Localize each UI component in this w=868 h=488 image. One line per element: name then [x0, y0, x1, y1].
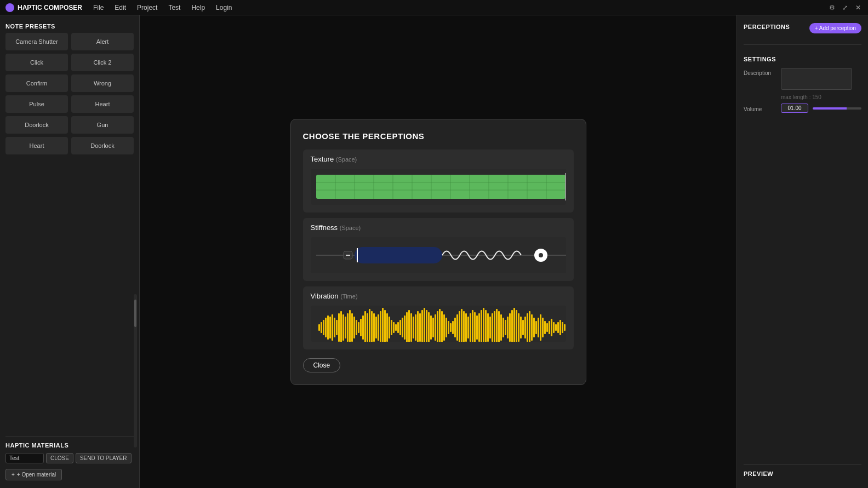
hm-test-input[interactable]	[5, 453, 44, 463]
svg-rect-122	[535, 321, 537, 334]
preset-doorlock[interactable]: Doorlock	[5, 116, 68, 134]
preset-confirm[interactable]: Confirm	[5, 74, 68, 92]
logo-icon	[5, 3, 14, 12]
open-material-btn[interactable]: + + Open material	[5, 469, 62, 480]
preset-heart2[interactable]: Heart	[5, 137, 68, 154]
preview-section: PREVIEW	[744, 464, 861, 480]
app-title: HAPTIC COMPOSER	[18, 4, 82, 12]
description-label: Description	[744, 70, 776, 76]
preset-alert[interactable]: Alert	[71, 33, 134, 50]
svg-rect-100	[487, 313, 489, 342]
svg-rect-88	[461, 309, 462, 342]
svg-rect-53	[384, 310, 386, 342]
preset-pulse[interactable]: Pulse	[5, 95, 68, 113]
texture-title: Texture (Space)	[311, 155, 566, 163]
texture-type: (Space)	[336, 156, 357, 163]
preset-wrong[interactable]: Wrong	[71, 74, 134, 92]
preset-heart[interactable]: Heart	[71, 95, 134, 113]
add-perception-btn[interactable]: + Add perception	[809, 23, 861, 33]
svg-rect-91	[467, 317, 469, 338]
svg-rect-58	[395, 324, 397, 331]
volume-input[interactable]	[781, 104, 808, 113]
svg-rect-35	[345, 317, 346, 338]
svg-rect-52	[382, 308, 384, 342]
svg-rect-76	[435, 314, 436, 341]
svg-rect-40	[356, 320, 357, 335]
menu-file[interactable]: File	[93, 4, 104, 12]
presets-grid: Camera Shutter Alert Click Click 2 Confi…	[5, 33, 134, 154]
svg-rect-124	[540, 314, 541, 341]
svg-rect-116	[522, 320, 524, 335]
svg-rect-66	[413, 317, 414, 338]
svg-rect-83	[450, 323, 452, 332]
menu-edit[interactable]: Edit	[115, 4, 126, 12]
svg-rect-0	[316, 175, 566, 199]
svg-rect-111	[511, 310, 513, 342]
svg-rect-42	[360, 319, 362, 336]
preset-gun[interactable]: Gun	[71, 116, 134, 134]
svg-rect-36	[347, 313, 349, 342]
svg-rect-48	[373, 313, 375, 342]
menu-login[interactable]: Login	[216, 4, 232, 12]
svg-rect-93	[472, 310, 473, 342]
texture-name: Texture	[311, 155, 334, 163]
svg-rect-86	[456, 314, 458, 341]
svg-rect-85	[454, 318, 456, 337]
close-window-icon[interactable]: ✕	[854, 3, 863, 12]
svg-rect-84	[452, 321, 454, 334]
svg-rect-120	[531, 314, 533, 341]
svg-rect-130	[553, 322, 555, 333]
hm-send-to-player-btn[interactable]: SEND TO PLAYER	[76, 453, 132, 463]
menu-test[interactable]: Test	[168, 4, 180, 12]
modal-close-btn[interactable]: Close	[303, 358, 341, 372]
scrollbar-thumb[interactable]	[134, 300, 136, 327]
preset-click2[interactable]: Click 2	[71, 54, 134, 71]
left-panel: NOTE PRESETS Camera Shutter Alert Click …	[0, 15, 140, 488]
svg-rect-126	[544, 321, 546, 334]
menu-help[interactable]: Help	[191, 4, 205, 12]
svg-rect-80	[443, 314, 445, 341]
modal-title: CHOOSE THE PERCEPTIONS	[303, 131, 574, 141]
svg-rect-127	[546, 323, 548, 332]
main-layout: NOTE PRESETS Camera Shutter Alert Click …	[0, 15, 868, 488]
vibration-name: Vibration	[311, 292, 339, 300]
modal: CHOOSE THE PERCEPTIONS Texture (Space)	[290, 119, 586, 385]
menu-project[interactable]: Project	[137, 4, 157, 12]
svg-rect-134	[562, 322, 563, 333]
svg-rect-92	[470, 313, 471, 342]
svg-rect-129	[551, 319, 552, 336]
resize-icon[interactable]: ⤢	[841, 3, 849, 12]
hm-close-btn[interactable]: CLOSE	[46, 453, 73, 463]
svg-rect-78	[439, 309, 441, 342]
scrollbar-track	[134, 294, 137, 447]
perceptions-header: PERCEPTIONS + Add perception	[744, 23, 861, 33]
settings-icon[interactable]: ⚙	[827, 3, 836, 12]
svg-rect-51	[380, 311, 381, 342]
texture-svg	[311, 169, 566, 205]
preset-doorlock2[interactable]: Doorlock	[71, 137, 134, 154]
haptic-materials-row: CLOSE SEND TO PLAYER	[5, 453, 134, 463]
stiffness-card: Stiffness (Space)	[303, 218, 574, 281]
volume-slider[interactable]	[813, 107, 861, 110]
preset-camera-shutter[interactable]: Camera Shutter	[5, 33, 68, 50]
preset-click[interactable]: Click	[5, 54, 68, 71]
svg-rect-103	[494, 311, 495, 342]
description-textarea[interactable]	[781, 68, 852, 90]
svg-rect-39	[353, 317, 355, 338]
haptic-materials-title: HAPTIC MATERIALS	[5, 442, 134, 449]
waveform-group	[318, 308, 566, 342]
svg-rect-109	[507, 317, 509, 338]
svg-rect-118	[527, 313, 528, 342]
svg-rect-62	[404, 315, 406, 340]
svg-rect-29	[332, 314, 333, 341]
svg-rect-47	[371, 311, 373, 342]
svg-rect-114	[518, 313, 519, 342]
svg-rect-43	[362, 315, 364, 340]
svg-rect-87	[459, 311, 460, 342]
svg-rect-132	[557, 322, 559, 333]
max-length-text: max length : 150	[781, 94, 861, 100]
svg-rect-89	[463, 311, 465, 342]
svg-point-19	[539, 253, 543, 257]
stiffness-type: (Space)	[340, 225, 361, 231]
vibration-title: Vibration (Time)	[311, 292, 566, 300]
